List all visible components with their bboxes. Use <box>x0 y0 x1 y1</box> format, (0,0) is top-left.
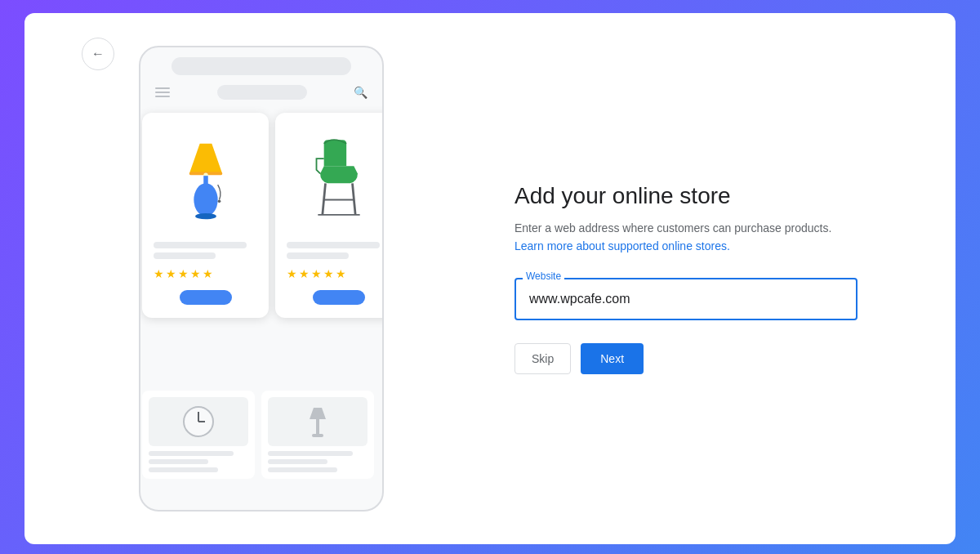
content-panel: Add your online store Enter a web addres… <box>449 183 906 375</box>
description-body: Enter a web address where customers can … <box>514 221 831 235</box>
phone-frame: 🔍 <box>139 46 384 512</box>
product-text-lines <box>287 242 384 259</box>
star-rating: ★ ★ ★ ★ ★ <box>287 267 384 280</box>
svg-point-3 <box>194 183 217 216</box>
clock-image <box>149 397 248 446</box>
back-product-card-lamp2 <box>261 391 374 479</box>
skip-button[interactable]: Skip <box>514 343 571 374</box>
website-label: Website <box>523 270 564 282</box>
phone-nav: 🔍 <box>149 85 374 100</box>
product-card-chair: ★ ★ ★ ★ ★ <box>275 113 384 318</box>
main-card: ← 🔍 <box>24 13 956 544</box>
hamburger-icon <box>155 87 170 97</box>
svg-marker-14 <box>310 408 326 419</box>
svg-rect-16 <box>312 434 323 437</box>
svg-rect-4 <box>203 176 208 185</box>
back-product-text-lines <box>149 451 248 472</box>
svg-rect-15 <box>316 419 319 434</box>
action-buttons: Skip Next <box>514 343 906 374</box>
svg-point-6 <box>217 200 220 203</box>
product-grid: ★ ★ ★ ★ ★ <box>139 113 384 318</box>
illustration-panel: ← 🔍 <box>74 46 449 512</box>
phone-search-bar <box>172 57 352 75</box>
back-product-text-lines <box>268 451 368 472</box>
lamp-image <box>154 124 257 230</box>
learn-more-link[interactable]: Learn more about supported online stores… <box>514 239 730 252</box>
product-card-lamp: ★ ★ ★ ★ ★ <box>142 113 269 318</box>
page-title: Add your online store <box>514 183 906 209</box>
svg-point-5 <box>195 213 216 219</box>
product-text-lines <box>154 242 257 259</box>
product-action-btn <box>313 290 365 305</box>
product-action-btn <box>180 290 232 305</box>
nav-pill <box>217 85 307 100</box>
website-form-group: Website <box>514 278 858 320</box>
chair-image <box>287 124 384 230</box>
lamp2-image <box>268 397 368 446</box>
svg-marker-0 <box>189 144 221 174</box>
search-icon: 🔍 <box>354 86 368 99</box>
back-product-card-clock <box>142 391 255 479</box>
back-product-grid <box>142 391 381 479</box>
description-text: Enter a web address where customers can … <box>514 219 858 256</box>
star-rating: ★ ★ ★ ★ ★ <box>154 267 257 280</box>
next-button[interactable]: Next <box>581 343 644 374</box>
website-input[interactable] <box>514 278 858 320</box>
back-icon: ← <box>91 47 105 61</box>
back-button[interactable]: ← <box>82 38 114 70</box>
